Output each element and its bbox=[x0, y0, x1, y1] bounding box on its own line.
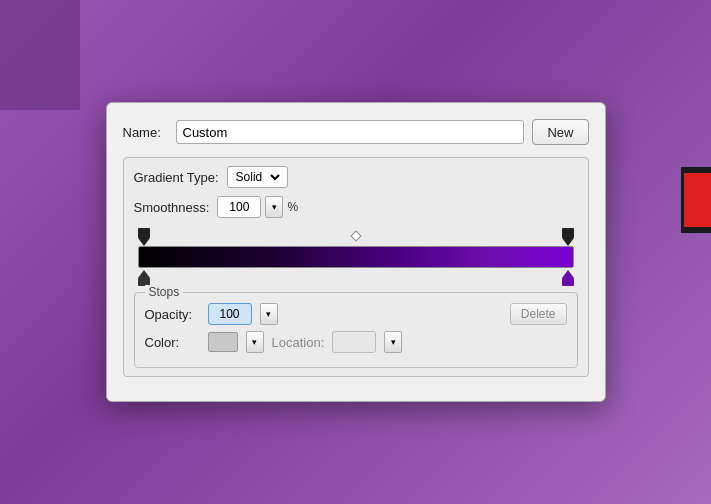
color-swatch[interactable] bbox=[208, 332, 238, 352]
smoothness-row: Smoothness: ▾ % bbox=[134, 196, 578, 218]
name-input[interactable] bbox=[176, 120, 525, 144]
smoothness-input[interactable] bbox=[217, 196, 261, 218]
name-row: Name: New bbox=[123, 119, 589, 145]
diamond-midpoint[interactable] bbox=[350, 230, 361, 241]
opacity-input[interactable] bbox=[208, 303, 252, 325]
top-stops bbox=[134, 228, 578, 246]
bottom-stop-left[interactable] bbox=[138, 270, 150, 286]
name-label: Name: bbox=[123, 125, 168, 140]
gradient-type-label: Gradient Type: bbox=[134, 170, 219, 185]
color-label: Color: bbox=[145, 335, 200, 350]
top-stop-left[interactable] bbox=[138, 228, 150, 246]
big-red-arrow bbox=[681, 120, 711, 280]
gradient-type-box: Gradient Type: Solid Noise Smoothness: ▾… bbox=[123, 157, 589, 377]
stop-arrow-right bbox=[562, 238, 574, 246]
location-spinner[interactable]: ▾ bbox=[384, 331, 402, 353]
bottom-square-right bbox=[562, 278, 574, 286]
svg-marker-0 bbox=[681, 130, 711, 270]
location-input[interactable] bbox=[332, 331, 376, 353]
smoothness-unit: % bbox=[287, 200, 298, 214]
gradient-type-select[interactable]: Solid Noise bbox=[227, 166, 288, 188]
stops-legend: Stops bbox=[145, 285, 184, 299]
location-label: Location: bbox=[272, 335, 325, 350]
gradient-editor-dialog: Name: New Gradient Type: Solid Noise Smo… bbox=[106, 102, 606, 402]
smoothness-input-wrap: ▾ % bbox=[217, 196, 298, 218]
bottom-arrow-left bbox=[138, 270, 150, 278]
bottom-stops bbox=[134, 268, 578, 286]
gradient-type-select-input[interactable]: Solid Noise bbox=[232, 169, 283, 185]
smoothness-label: Smoothness: bbox=[134, 200, 210, 215]
top-stop-right[interactable] bbox=[562, 228, 574, 246]
new-button[interactable]: New bbox=[532, 119, 588, 145]
stop-arrow-left bbox=[138, 238, 150, 246]
delete-button[interactable]: Delete bbox=[510, 303, 567, 325]
gradient-bar[interactable] bbox=[138, 246, 574, 268]
opacity-spinner[interactable]: ▾ bbox=[260, 303, 278, 325]
stop-square-right bbox=[562, 228, 574, 238]
gradient-bar-area bbox=[134, 228, 578, 286]
color-spinner[interactable]: ▾ bbox=[246, 331, 264, 353]
bottom-arrow-right bbox=[562, 270, 574, 278]
bottom-stop-right[interactable] bbox=[562, 270, 574, 286]
bg-decorative bbox=[0, 0, 80, 110]
color-row: Color: ▾ Location: ▾ bbox=[145, 331, 567, 353]
smoothness-spinner[interactable]: ▾ bbox=[265, 196, 283, 218]
stops-section: Stops Opacity: ▾ Delete Color: ▾ Locatio… bbox=[134, 292, 578, 368]
opacity-row: Opacity: ▾ Delete bbox=[145, 303, 567, 325]
opacity-label: Opacity: bbox=[145, 307, 200, 322]
gradient-type-row: Gradient Type: Solid Noise bbox=[134, 166, 578, 188]
stop-square-left bbox=[138, 228, 150, 238]
